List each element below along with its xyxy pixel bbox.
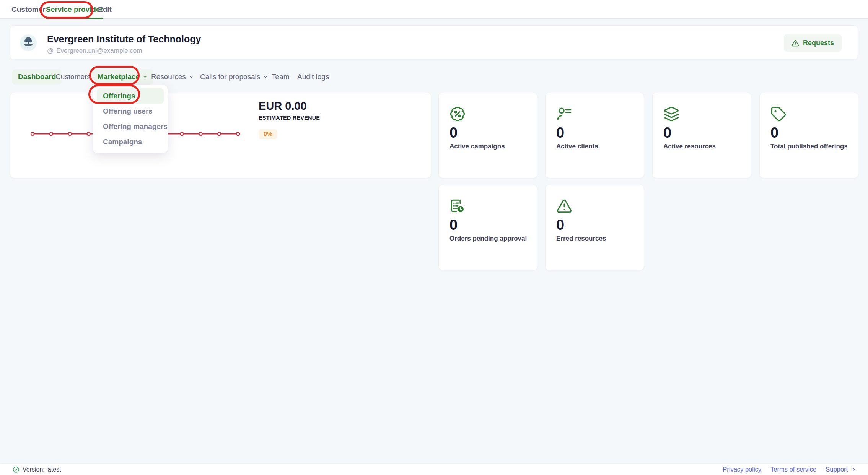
stat-label: Active clients (556, 143, 598, 150)
marketplace-dropdown-menu: Offerings Offering users Offering manage… (93, 85, 168, 153)
menu-item-offering-managers[interactable]: Offering managers (97, 119, 164, 134)
organization-email-row: Evergreen.uni@example.com (47, 47, 142, 55)
tab-service-provider[interactable]: Service provider (46, 0, 103, 19)
layers-icon (663, 106, 679, 122)
chevron-right-icon (851, 467, 857, 472)
stat-value: 0 (663, 125, 671, 140)
nav-label: Dashboard (18, 69, 56, 85)
revenue-sparkline-chart (10, 93, 432, 179)
estimated-revenue-card: EUR 0.00 ESTIMATED REVENUE 0% (10, 93, 431, 178)
revenue-summary: EUR 0.00 ESTIMATED REVENUE 0% (259, 100, 320, 139)
nav-label: Resources (151, 69, 186, 85)
stat-card-orders-pending-approval: 0 Orders pending approval (438, 185, 537, 270)
version-text: Version: latest (23, 466, 61, 473)
nav-item-team[interactable]: Team (272, 69, 289, 85)
organization-name: Evergreen Institute of Technology (47, 34, 201, 45)
stat-value: 0 (556, 217, 564, 233)
menu-item-offering-users[interactable]: Offering users (97, 104, 164, 119)
stat-value: 0 (449, 125, 458, 140)
revenue-amount: EUR 0.00 (259, 100, 320, 112)
nav-item-dashboard[interactable]: Dashboard (12, 69, 62, 85)
nav-label: Calls for proposals (200, 69, 260, 85)
organization-email: Evergreen.uni@example.com (56, 47, 142, 55)
stat-card-active-clients: 0 Active clients (545, 93, 644, 178)
list-clock-icon (449, 198, 466, 214)
nav-item-resources[interactable]: Resources (151, 69, 194, 85)
requests-button-label: Requests (803, 39, 834, 47)
nav-label: Customers (55, 69, 91, 85)
stat-label: Total published offerings (770, 143, 848, 150)
terms-of-service-link[interactable]: Terms of service (770, 466, 816, 473)
tag-icon (770, 106, 787, 122)
organization-header-card: Evergreen Institute of Technology Evergr… (10, 25, 858, 60)
stat-card-total-published-offerings: 0 Total published offerings (759, 93, 858, 178)
nav-label: Team (272, 69, 289, 85)
stat-label: Active campaigns (449, 143, 505, 150)
nav-item-calls-for-proposals[interactable]: Calls for proposals (200, 69, 268, 85)
at-icon (47, 47, 54, 55)
nav-item-audit-logs[interactable]: Audit logs (297, 69, 329, 85)
profile-tabbar: Customer Service provider Edit (0, 0, 868, 19)
stat-label: Orders pending approval (449, 235, 527, 242)
user-list-icon (556, 106, 572, 122)
support-link[interactable]: Support (826, 466, 857, 473)
stat-label: Erred resources (556, 235, 606, 242)
chevron-down-icon (142, 74, 148, 80)
footer-bar: Version: latest Privacy policy Terms of … (0, 464, 868, 475)
menu-item-campaigns[interactable]: Campaigns (97, 134, 164, 150)
stat-card-erred-resources: 0 Erred resources (545, 185, 644, 270)
version-indicator: Version: latest (13, 466, 61, 473)
stat-card-active-resources: 0 Active resources (652, 93, 751, 178)
footer-links: Privacy policy Terms of service Support (723, 466, 857, 473)
requests-button[interactable]: Requests (784, 34, 842, 52)
check-circle-icon (13, 466, 20, 473)
privacy-policy-link[interactable]: Privacy policy (723, 466, 761, 473)
stat-label: Active resources (663, 143, 716, 150)
nav-label: Marketplace (98, 69, 140, 85)
tree-emblem-icon (21, 36, 36, 50)
stat-value: 0 (449, 217, 458, 233)
organization-logo (20, 34, 37, 51)
warning-triangle-icon (556, 198, 572, 214)
tab-edit[interactable]: Edit (98, 0, 112, 19)
revenue-label: ESTIMATED REVENUE (259, 115, 320, 121)
revenue-change-badge: 0% (259, 129, 277, 139)
tab-customer[interactable]: Customer (11, 0, 46, 19)
main-navbar: Dashboard Customers Marketplace Resource… (10, 69, 858, 85)
stat-card-active-campaigns: 0 Active campaigns (438, 93, 537, 178)
nav-item-customers[interactable]: Customers (55, 69, 91, 85)
support-link-label: Support (826, 466, 848, 473)
nav-label: Audit logs (297, 69, 329, 85)
warning-triangle-icon (791, 39, 799, 47)
menu-item-offerings[interactable]: Offerings (97, 88, 164, 104)
chevron-down-icon (189, 74, 194, 80)
nav-item-marketplace[interactable]: Marketplace (92, 69, 153, 85)
badge-percent-icon (449, 106, 466, 122)
stat-value: 0 (770, 125, 778, 140)
chevron-down-icon (263, 74, 268, 80)
stat-value: 0 (556, 125, 564, 140)
